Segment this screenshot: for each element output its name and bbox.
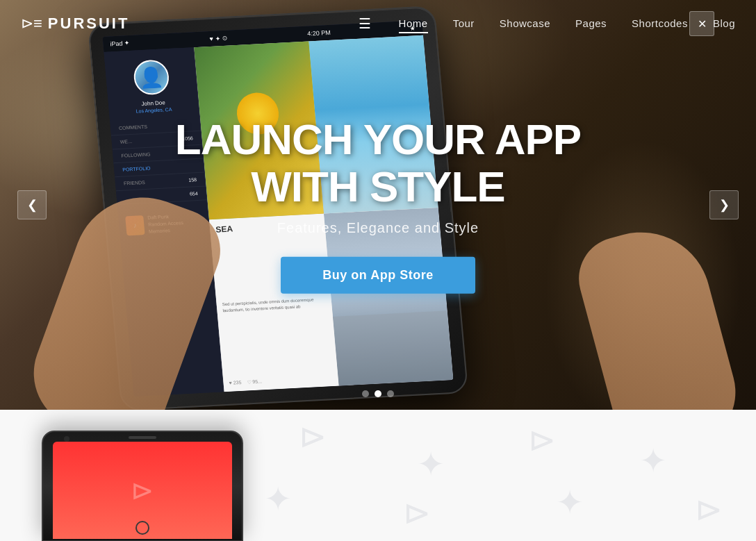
brand-name: PURSUIT bbox=[48, 15, 130, 33]
carousel-dots bbox=[362, 390, 394, 397]
nav-item-blog[interactable]: Blog bbox=[713, 17, 735, 30]
nav-item-shortcodes[interactable]: Shortcodes bbox=[632, 17, 688, 30]
wm-icon-4: ✦ bbox=[417, 444, 445, 483]
wm-icon-3: ⊳ bbox=[299, 417, 327, 456]
wm-icon-5: ⊳ bbox=[528, 420, 556, 459]
carousel-arrow-right[interactable]: ❯ bbox=[709, 190, 739, 219]
wm-icon-11: ⊳ bbox=[695, 490, 723, 528]
iphone-home-button[interactable] bbox=[135, 521, 149, 535]
carousel-arrow-left[interactable]: ❮ bbox=[17, 190, 47, 219]
nav-item-showcase[interactable]: Showcase bbox=[500, 17, 550, 30]
navbar: ⊳≡ PURSUIT ☰ Home Tour Showcase Pages Sh… bbox=[0, 0, 756, 47]
nav-item-home[interactable]: Home bbox=[399, 17, 428, 30]
dot-3[interactable] bbox=[387, 390, 394, 397]
nav-item-pages[interactable]: Pages bbox=[575, 17, 607, 30]
iphone-camera bbox=[64, 436, 69, 442]
hero-content: LAUNCH YOUR APP WITH STYLE Features, Ele… bbox=[135, 116, 621, 294]
iphone-mockup: ⊳ bbox=[42, 410, 250, 541]
arrow-left-icon: ❮ bbox=[27, 197, 38, 213]
iphone-speaker bbox=[129, 436, 156, 439]
hero-subtitle: Features, Elegance and Style bbox=[135, 220, 621, 236]
wm-icon-9: ⊳ bbox=[403, 493, 431, 532]
nav-links: Home Tour Showcase Pages Shortcodes Blog bbox=[399, 17, 735, 30]
wm-icon-8: ✦ bbox=[264, 479, 292, 518]
sea-text: Sed ut perspiciatis, unde omnis dum doce… bbox=[222, 297, 326, 314]
below-hero-section: ⊳ ✦ ⊳ ✦ ⊳ ✦ ⊳ ✦ ⊳ ✦ ⊳ ⊳ bbox=[0, 410, 756, 541]
app-store-button[interactable]: Buy on App Store bbox=[281, 257, 475, 294]
hamburger-icon[interactable]: ☰ bbox=[359, 15, 371, 32]
hero-title: LAUNCH YOUR APP WITH STYLE bbox=[135, 116, 621, 210]
brand-icon: ⊳≡ bbox=[21, 15, 42, 33]
arrow-right-icon: ❯ bbox=[719, 197, 730, 213]
hero-section: iPad ✦ ♥ ✦ ⊙ 4:20 PM ★ 👤 John Doe Los An… bbox=[0, 0, 756, 410]
nav-item-tour[interactable]: Tour bbox=[453, 17, 475, 30]
brand-logo[interactable]: ⊳≡ PURSUIT bbox=[21, 15, 129, 33]
wm-icon-6: ✦ bbox=[639, 441, 667, 480]
dot-2[interactable] bbox=[375, 390, 381, 397]
wm-icon-10: ✦ bbox=[556, 483, 584, 522]
dot-1[interactable] bbox=[362, 390, 369, 397]
